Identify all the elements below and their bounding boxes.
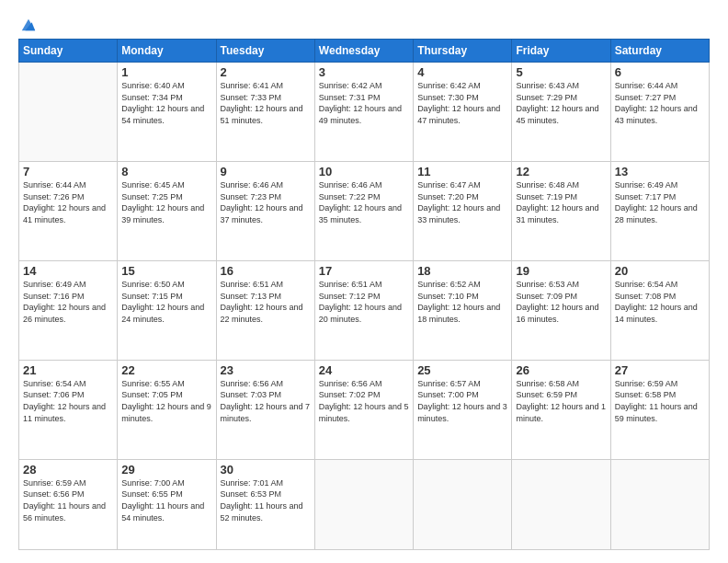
day-info: Sunrise: 7:01 AMSunset: 6:53 PMDaylight:… (221, 477, 311, 523)
calendar-cell: 23Sunrise: 6:56 AMSunset: 7:03 PMDayligh… (216, 360, 314, 459)
day-info: Sunrise: 6:49 AMSunset: 7:17 PMDaylight:… (615, 179, 705, 225)
day-number: 17 (319, 264, 409, 278)
calendar-cell: 21Sunrise: 6:54 AMSunset: 7:06 PMDayligh… (19, 360, 118, 459)
weekday-header-cell: Tuesday (216, 40, 314, 63)
calendar-cell: 13Sunrise: 6:49 AMSunset: 7:17 PMDayligh… (610, 161, 709, 260)
calendar-week-row: 1Sunrise: 6:40 AMSunset: 7:34 PMDaylight… (19, 63, 710, 162)
day-info: Sunrise: 6:49 AMSunset: 7:16 PMDaylight:… (23, 279, 113, 325)
day-info: Sunrise: 6:52 AMSunset: 7:10 PMDaylight:… (417, 279, 507, 325)
day-info: Sunrise: 6:53 AMSunset: 7:09 PMDaylight:… (516, 279, 606, 325)
day-info: Sunrise: 6:42 AMSunset: 7:31 PMDaylight:… (319, 80, 409, 126)
day-number: 23 (221, 363, 311, 377)
day-info: Sunrise: 6:54 AMSunset: 7:08 PMDaylight:… (615, 279, 705, 325)
calendar-cell: 25Sunrise: 6:57 AMSunset: 7:00 PMDayligh… (414, 360, 512, 459)
calendar-page: SundayMondayTuesdayWednesdayThursdayFrid… (0, 0, 728, 563)
day-number: 25 (417, 363, 507, 377)
calendar-cell: 3Sunrise: 6:42 AMSunset: 7:31 PMDaylight… (314, 63, 413, 162)
calendar-cell: 15Sunrise: 6:50 AMSunset: 7:15 PMDayligh… (118, 260, 216, 360)
day-info: Sunrise: 6:57 AMSunset: 7:00 PMDaylight:… (417, 378, 507, 424)
day-info: Sunrise: 6:55 AMSunset: 7:05 PMDaylight:… (121, 378, 211, 424)
day-info: Sunrise: 6:56 AMSunset: 7:02 PMDaylight:… (319, 378, 409, 424)
calendar-cell: 17Sunrise: 6:51 AMSunset: 7:12 PMDayligh… (314, 260, 413, 360)
day-number: 18 (417, 264, 507, 278)
day-number: 10 (319, 165, 409, 178)
day-info: Sunrise: 6:56 AMSunset: 7:03 PMDaylight:… (221, 378, 311, 424)
logo-icon (20, 17, 37, 33)
day-info: Sunrise: 6:41 AMSunset: 7:33 PMDaylight:… (221, 80, 311, 126)
calendar-cell: 16Sunrise: 6:51 AMSunset: 7:13 PMDayligh… (216, 260, 314, 360)
day-info: Sunrise: 6:50 AMSunset: 7:15 PMDaylight:… (121, 279, 211, 325)
day-number: 15 (121, 264, 211, 278)
calendar-body: 1Sunrise: 6:40 AMSunset: 7:34 PMDaylight… (19, 63, 710, 550)
day-info: Sunrise: 6:59 AMSunset: 6:58 PMDaylight:… (615, 378, 705, 424)
weekday-header-cell: Saturday (610, 40, 709, 63)
day-number: 30 (221, 463, 311, 477)
day-info: Sunrise: 6:51 AMSunset: 7:12 PMDaylight:… (319, 279, 409, 325)
day-info: Sunrise: 6:59 AMSunset: 6:56 PMDaylight:… (23, 477, 113, 523)
day-number: 26 (516, 363, 606, 377)
calendar-cell: 9Sunrise: 6:46 AMSunset: 7:23 PMDaylight… (216, 161, 314, 260)
calendar-table: SundayMondayTuesdayWednesdayThursdayFrid… (18, 39, 710, 550)
day-number: 28 (23, 463, 113, 477)
calendar-cell: 10Sunrise: 6:46 AMSunset: 7:22 PMDayligh… (314, 161, 413, 260)
calendar-week-row: 21Sunrise: 6:54 AMSunset: 7:06 PMDayligh… (19, 360, 710, 459)
day-number: 11 (417, 165, 507, 178)
calendar-cell: 11Sunrise: 6:47 AMSunset: 7:20 PMDayligh… (414, 161, 512, 260)
calendar-cell: 29Sunrise: 7:00 AMSunset: 6:55 PMDayligh… (118, 459, 216, 549)
weekday-header-cell: Sunday (19, 40, 118, 63)
day-number: 16 (221, 264, 311, 278)
day-number: 22 (121, 363, 211, 377)
calendar-cell: 20Sunrise: 6:54 AMSunset: 7:08 PMDayligh… (610, 260, 709, 360)
day-info: Sunrise: 6:46 AMSunset: 7:23 PMDaylight:… (221, 179, 311, 225)
calendar-cell: 30Sunrise: 7:01 AMSunset: 6:53 PMDayligh… (216, 459, 314, 549)
calendar-cell: 26Sunrise: 6:58 AMSunset: 6:59 PMDayligh… (512, 360, 610, 459)
day-number: 9 (221, 165, 311, 178)
calendar-cell: 14Sunrise: 6:49 AMSunset: 7:16 PMDayligh… (19, 260, 118, 360)
day-number: 19 (516, 264, 606, 278)
day-info: Sunrise: 6:51 AMSunset: 7:13 PMDaylight:… (221, 279, 311, 325)
calendar-cell (314, 459, 413, 549)
day-info: Sunrise: 6:58 AMSunset: 6:59 PMDaylight:… (516, 378, 606, 424)
day-info: Sunrise: 7:00 AMSunset: 6:55 PMDaylight:… (121, 477, 211, 523)
weekday-header-row: SundayMondayTuesdayWednesdayThursdayFrid… (19, 40, 710, 63)
calendar-week-row: 28Sunrise: 6:59 AMSunset: 6:56 PMDayligh… (19, 459, 710, 549)
calendar-cell: 6Sunrise: 6:44 AMSunset: 7:27 PMDaylight… (610, 63, 709, 162)
day-info: Sunrise: 6:40 AMSunset: 7:34 PMDaylight:… (121, 80, 211, 126)
day-number: 2 (221, 65, 311, 79)
calendar-cell (610, 459, 709, 549)
day-number: 20 (615, 264, 705, 278)
day-info: Sunrise: 6:54 AMSunset: 7:06 PMDaylight:… (23, 378, 113, 424)
calendar-cell: 24Sunrise: 6:56 AMSunset: 7:02 PMDayligh… (314, 360, 413, 459)
calendar-cell: 2Sunrise: 6:41 AMSunset: 7:33 PMDaylight… (216, 63, 314, 162)
day-info: Sunrise: 6:45 AMSunset: 7:25 PMDaylight:… (121, 179, 211, 225)
calendar-cell: 5Sunrise: 6:43 AMSunset: 7:29 PMDaylight… (512, 63, 610, 162)
day-number: 3 (319, 65, 409, 79)
weekday-header-cell: Wednesday (314, 40, 413, 63)
calendar-cell: 28Sunrise: 6:59 AMSunset: 6:56 PMDayligh… (19, 459, 118, 549)
day-info: Sunrise: 6:44 AMSunset: 7:26 PMDaylight:… (23, 179, 113, 225)
calendar-cell (414, 459, 512, 549)
day-info: Sunrise: 6:46 AMSunset: 7:22 PMDaylight:… (319, 179, 409, 225)
calendar-cell: 12Sunrise: 6:48 AMSunset: 7:19 PMDayligh… (512, 161, 610, 260)
logo (18, 17, 37, 29)
day-info: Sunrise: 6:42 AMSunset: 7:30 PMDaylight:… (417, 80, 507, 126)
day-info: Sunrise: 6:47 AMSunset: 7:20 PMDaylight:… (417, 179, 507, 225)
calendar-cell: 19Sunrise: 6:53 AMSunset: 7:09 PMDayligh… (512, 260, 610, 360)
calendar-cell: 8Sunrise: 6:45 AMSunset: 7:25 PMDaylight… (118, 161, 216, 260)
calendar-cell: 22Sunrise: 6:55 AMSunset: 7:05 PMDayligh… (118, 360, 216, 459)
weekday-header-cell: Monday (118, 40, 216, 63)
day-info: Sunrise: 6:43 AMSunset: 7:29 PMDaylight:… (516, 80, 606, 126)
day-info: Sunrise: 6:48 AMSunset: 7:19 PMDaylight:… (516, 179, 606, 225)
day-number: 21 (23, 363, 113, 377)
page-header (18, 17, 710, 29)
calendar-cell: 27Sunrise: 6:59 AMSunset: 6:58 PMDayligh… (610, 360, 709, 459)
weekday-header-cell: Thursday (414, 40, 512, 63)
weekday-header-cell: Friday (512, 40, 610, 63)
day-info: Sunrise: 6:44 AMSunset: 7:27 PMDaylight:… (615, 80, 705, 126)
calendar-week-row: 7Sunrise: 6:44 AMSunset: 7:26 PMDaylight… (19, 161, 710, 260)
calendar-cell (512, 459, 610, 549)
calendar-cell (19, 63, 118, 162)
day-number: 24 (319, 363, 409, 377)
day-number: 4 (417, 65, 507, 79)
calendar-cell: 4Sunrise: 6:42 AMSunset: 7:30 PMDaylight… (414, 63, 512, 162)
